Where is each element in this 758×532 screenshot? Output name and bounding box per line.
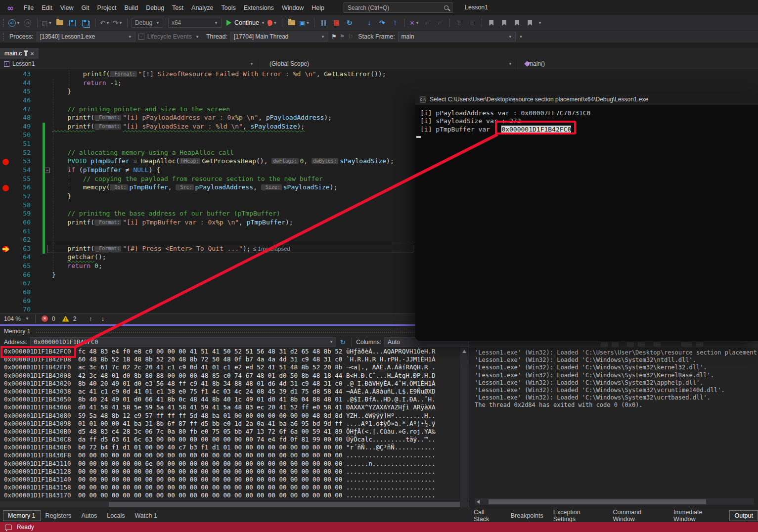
memory-row[interactable]: 0x000001D1F1B4315800 00 00 00 00 00 00 0… bbox=[0, 484, 460, 491]
memory-row[interactable]: 0x000001D1F1B4317000 00 00 00 00 00 00 0… bbox=[0, 491, 460, 499]
diagnostics-icon[interactable]: ✕ bbox=[409, 19, 415, 27]
bookmark-previous-icon[interactable] bbox=[502, 20, 506, 26]
flag-threads-icon[interactable]: ⚑ bbox=[331, 33, 337, 40]
memory-row[interactable]: 0x000001D1F1B42FF0ac 3c 61 7c 02 2c 20 4… bbox=[0, 363, 460, 371]
memory-row[interactable]: 0x000001D1F1B430208b 40 20 49 01 d0 e3 5… bbox=[0, 380, 460, 388]
memory-horizontal-scrollbar[interactable] bbox=[0, 501, 469, 507]
save-all-icon[interactable] bbox=[82, 20, 89, 26]
next-issue-icon[interactable]: ↓ bbox=[101, 315, 105, 322]
platform-combo[interactable]: x64▼ bbox=[168, 18, 222, 28]
save-icon[interactable] bbox=[69, 20, 76, 26]
bookmark-clear-icon[interactable] bbox=[528, 20, 532, 26]
memory-row[interactable]: 0x000001D1F1B430C8da ff d5 63 61 6c 63 0… bbox=[0, 436, 460, 443]
scroll-left-icon[interactable] bbox=[477, 500, 480, 504]
search-input[interactable]: Search (Ctrl+Q) bbox=[344, 2, 452, 13]
open-file-icon[interactable] bbox=[56, 20, 63, 25]
navigate-back-icon[interactable]: ← bbox=[8, 19, 16, 27]
bookmark-next-icon[interactable] bbox=[515, 20, 519, 26]
pin-icon[interactable] bbox=[25, 52, 27, 56]
output-toolbar-icon[interactable] bbox=[601, 342, 608, 347]
output-toolbar-icon[interactable] bbox=[681, 342, 692, 347]
error-icon[interactable]: × bbox=[42, 315, 48, 322]
output-horizontal-scrollbar[interactable] bbox=[475, 498, 754, 505]
menu-tools[interactable]: Tools bbox=[218, 2, 240, 13]
configuration-combo[interactable]: Debug▼ bbox=[132, 18, 163, 28]
zoom-level-dropdown[interactable]: 104 % bbox=[4, 315, 21, 322]
memory-row[interactable]: 0x000001D1F1B43038ac 41 c1 c9 0d 41 01 c… bbox=[0, 388, 460, 396]
memory-row[interactable]: 0x000001D1F1B4308059 5a 48 8b 12 e9 57 f… bbox=[0, 412, 460, 420]
flag-toggle-icon[interactable]: ⚐ bbox=[348, 33, 354, 40]
collapse-icon[interactable]: − bbox=[45, 168, 50, 173]
output-toolbar-icon[interactable] bbox=[696, 342, 703, 347]
console-output[interactable]: [i] pPayloadAddress var : 0x00007FF7C707… bbox=[415, 105, 758, 133]
menu-project[interactable]: Project bbox=[93, 2, 121, 13]
breakpoint-window-icon[interactable]: ⌐ bbox=[425, 19, 429, 27]
menu-analyze[interactable]: Analyze bbox=[187, 2, 217, 13]
flag-next-icon[interactable]: ⚑ bbox=[340, 33, 345, 40]
step-out-icon[interactable]: ↑ bbox=[393, 19, 397, 27]
step-over-icon[interactable]: ↷ bbox=[379, 19, 385, 27]
indent-increase-icon[interactable]: ≡ bbox=[470, 19, 474, 27]
tab-registers[interactable]: Registers bbox=[41, 510, 77, 521]
break-all-icon[interactable] bbox=[321, 20, 326, 26]
window-layout-icon[interactable]: ▣ bbox=[299, 19, 305, 27]
menu-window[interactable]: Window bbox=[278, 2, 308, 13]
menu-file[interactable]: File bbox=[20, 2, 38, 13]
refresh-icon[interactable]: ↻ bbox=[340, 338, 346, 346]
memory-row[interactable]: 0x000001D1F1B430B0d5 48 83 c4 28 3c 06 7… bbox=[0, 428, 460, 436]
nav-member-dropdown[interactable]: main() bbox=[528, 60, 545, 67]
stop-debugging-icon[interactable] bbox=[334, 20, 339, 26]
menu-edit[interactable]: Edit bbox=[38, 2, 56, 13]
tab-watch-1[interactable]: Watch 1 bbox=[130, 510, 162, 521]
toolbar-grip[interactable] bbox=[3, 19, 4, 27]
output-toolbar-icon[interactable] bbox=[612, 342, 619, 347]
memory-row[interactable]: 0x000001D1F1B4312800 00 00 00 00 00 00 0… bbox=[0, 468, 460, 476]
browse-output-icon[interactable] bbox=[288, 20, 295, 25]
step-into-icon[interactable]: ↓ bbox=[367, 19, 371, 27]
feedback-icon[interactable] bbox=[5, 525, 12, 530]
menu-build[interactable]: Build bbox=[120, 2, 142, 13]
menu-view[interactable]: View bbox=[56, 2, 78, 13]
menu-test[interactable]: Test bbox=[168, 2, 187, 13]
tab-locals[interactable]: Locals bbox=[102, 510, 130, 521]
memory-drag-handle[interactable] bbox=[36, 330, 465, 333]
close-icon[interactable]: × bbox=[30, 50, 34, 57]
lifecycle-events-label[interactable]: Lifecycle Events bbox=[147, 33, 192, 40]
memory-vertical-scrollbar[interactable] bbox=[460, 348, 469, 501]
console-window[interactable]: C:\ Select C:\Users\User\Desktop\resourc… bbox=[415, 94, 758, 341]
memory-row[interactable]: 0x000001D1F1B4300842 3c 48 01 d0 8b 80 8… bbox=[0, 372, 460, 380]
process-combo[interactable]: [13540] Lesson1.exe▼ bbox=[37, 32, 135, 42]
navigate-forward-icon[interactable]: → bbox=[24, 19, 31, 27]
bookmark-toggle-icon[interactable] bbox=[489, 20, 493, 26]
console-title-bar[interactable]: C:\ Select C:\Users\User\Desktop\resourc… bbox=[415, 94, 758, 105]
new-project-icon[interactable]: ▤ bbox=[42, 19, 47, 27]
memory-row[interactable]: 0x000001D1F1B4314000 00 00 00 00 00 00 0… bbox=[0, 476, 460, 484]
menu-help[interactable]: Help bbox=[308, 2, 328, 13]
memory-row[interactable]: 0x000001D1F1B430F800 00 00 00 00 00 00 0… bbox=[0, 451, 460, 459]
scrollbar-thumb[interactable] bbox=[489, 499, 706, 504]
memory-row[interactable]: 0x000001D1F1B4309801 01 00 00 41 ba 31 8… bbox=[0, 420, 460, 428]
tab-main-c[interactable]: main.c × bbox=[0, 48, 39, 59]
output-toolbar-icon[interactable] bbox=[627, 342, 634, 347]
navigate-back-dropdown[interactable]: ▼ bbox=[16, 21, 20, 25]
output-log[interactable]: 'Lesson1.exe' (Win32): Loaded 'C:\Users\… bbox=[475, 349, 757, 497]
tab-memory-1[interactable]: Memory 1 bbox=[3, 510, 41, 521]
address-combo[interactable]: 0x000001D1F1B42FC0▼ bbox=[30, 337, 336, 347]
menu-git[interactable]: Git bbox=[78, 2, 93, 13]
tab-breakpoints[interactable]: Breakpoints bbox=[506, 510, 548, 521]
thread-combo[interactable]: [17704] Main Thread▼ bbox=[230, 32, 328, 42]
continue-button[interactable]: Continue▼ bbox=[226, 17, 265, 28]
memory-layout-icon[interactable]: ⌐ bbox=[438, 19, 442, 27]
memory-row[interactable]: 0x000001D1F1B430508b 40 24 49 01 d0 66 4… bbox=[0, 396, 460, 403]
debugbar-grip[interactable] bbox=[3, 33, 4, 41]
scroll-up-icon[interactable] bbox=[462, 350, 466, 353]
undo-icon[interactable]: ↶ bbox=[100, 19, 105, 27]
memory-row[interactable]: 0x000001D1F1B43068d0 41 58 41 58 5e 59 5… bbox=[0, 403, 460, 411]
stack-frame-combo[interactable]: main▼ bbox=[398, 32, 516, 42]
tab-autos[interactable]: Autos bbox=[76, 510, 102, 521]
memory-hex-dump[interactable]: 0x000001D1F1B42FC0fc 48 83 e4 f0 e8 c0 0… bbox=[0, 348, 460, 500]
warning-icon[interactable]: ! bbox=[62, 316, 69, 322]
tab-output[interactable]: Output bbox=[729, 510, 758, 521]
restart-icon[interactable]: ↻ bbox=[347, 19, 353, 27]
memory-row[interactable]: 0x000001D1F1B4311000 00 00 00 00 00 6e 0… bbox=[0, 460, 460, 468]
